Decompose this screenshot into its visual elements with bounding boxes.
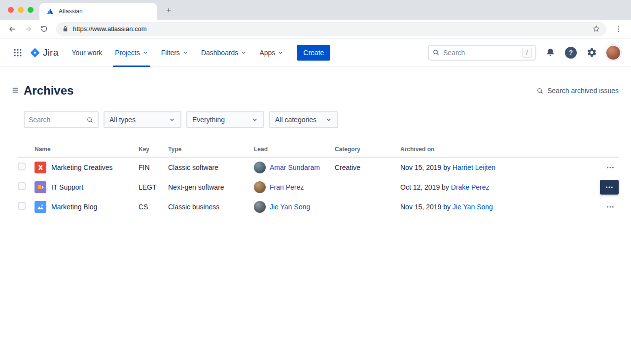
table-row: Marketing Blog CS Classic business Jie Y… [18,197,619,217]
lead-link[interactable]: Jie Yan Song [270,203,310,211]
notifications-bell-icon[interactable] [543,46,557,60]
close-window-button[interactable] [8,7,14,13]
forward-icon[interactable] [21,22,35,36]
app-switcher-icon[interactable] [10,45,26,61]
header-archived-on: Archived on [400,146,599,153]
help-icon[interactable]: ? [564,46,578,60]
nav-item-dashboards[interactable]: Dashboards [195,38,253,67]
archived-by-link[interactable]: Jie Yan Song [453,203,493,211]
project-key: LEGT [139,183,168,191]
sidebar-expand-icon[interactable] [10,85,21,96]
header-type: Type [168,146,254,153]
lead-avatar [254,162,266,173]
page-title: Archives [24,84,73,98]
bookmark-star-icon[interactable] [592,25,600,33]
chevron-down-icon [241,50,246,56]
scope-filter-value: Everything [192,116,225,124]
global-search[interactable]: / [428,45,536,61]
page-header: Archives Search archived issues [24,84,619,98]
project-key: CS [139,203,168,211]
archived-by-link[interactable]: Harriet Leijten [453,164,495,171]
nav-item-label: Filters [161,49,180,57]
search-archived-issues-link[interactable]: Search archived issues [536,87,619,95]
nav-item-label: Your work [71,49,102,57]
global-search-input[interactable] [443,49,519,57]
row-more-actions-icon[interactable] [600,180,619,195]
categories-filter-value: All categories [275,116,316,124]
lock-icon[interactable] [62,26,69,32]
browser-tab[interactable]: Atlassian [39,3,157,20]
row-more-actions-icon[interactable] [602,161,619,174]
header-category: Category [335,146,400,153]
project-name: Marketing Blog [51,203,97,211]
lead-link[interactable]: Amar Sundaram [270,164,320,171]
table-row: Marketing Creatives FIN Classic software… [18,158,619,177]
nav-item-filters[interactable]: Filters [155,38,195,67]
table-body: Marketing Creatives FIN Classic software… [18,158,619,217]
chevron-down-icon [142,50,148,56]
search-icon [432,49,440,56]
scope-filter-dropdown[interactable]: Everything [186,111,264,128]
minimize-window-button[interactable] [18,7,24,13]
nav-item-label: Projects [115,49,140,57]
jira-top-nav: Jira Your work Projects Filters Dashboar… [0,38,631,67]
code-project-icon [35,181,46,193]
search-icon [536,87,544,95]
header-lead: Lead [254,146,335,153]
search-shortcut-hint: / [522,48,532,58]
chevron-down-icon [325,116,332,123]
nav-right-cluster: / ? [428,45,621,61]
browser-tab-strip: Atlassian [0,0,631,20]
table-row: IT Support LEGT Next-gen software Fran P… [18,177,619,197]
archive-search-field[interactable] [24,111,99,128]
types-filter-value: All types [109,116,136,124]
header-name: Name [35,146,139,153]
mountains-project-icon [35,201,46,213]
search-archived-issues-label: Search archived issues [547,87,619,95]
table-header-row: Name Key Type Lead Category Archived on [18,142,619,158]
create-button[interactable]: Create [297,45,330,61]
page-content: Archives Search archived issues All typ [0,67,631,364]
jira-logo-text: Jira [43,47,58,58]
categories-filter-dropdown[interactable]: All categories [269,111,338,128]
nav-item-label: Apps [259,49,275,57]
url-text: https://www.atlassian.com [73,25,147,33]
nav-item-projects[interactable]: Projects [108,38,155,67]
archived-date: Nov 15, 2019 by [400,203,451,211]
project-category: Creative [335,164,400,171]
lead-link[interactable]: Fran Perez [270,183,304,191]
zoom-window-button[interactable] [28,7,34,13]
new-tab-button[interactable] [162,3,175,17]
types-filter-dropdown[interactable]: All types [104,111,181,128]
archived-by-link[interactable]: Drake Perez [451,183,490,191]
project-type: Classic business [168,203,254,211]
row-checkbox[interactable] [18,163,26,170]
browser-window: Atlassian https://www.atlassian.com [0,0,631,364]
jira-logo[interactable]: Jira [26,47,65,58]
atlassian-favicon-icon [46,7,54,15]
nav-item-label: Dashboards [201,49,239,57]
nav-item-apps[interactable]: Apps [253,38,290,67]
archived-projects-table: Name Key Type Lead Category Archived on [18,142,619,217]
header-key: Key [139,146,168,153]
traffic-lights [8,7,34,13]
tools-project-icon [35,162,46,173]
settings-gear-icon[interactable] [585,46,598,60]
browser-menu-icon[interactable] [611,22,626,36]
row-checkbox[interactable] [18,202,26,210]
filter-bar: All types Everything All categories [24,111,619,128]
archives-main: Archives Search archived issues All typ [15,67,631,364]
row-checkbox[interactable] [18,182,26,190]
project-key: FIN [139,164,168,171]
project-type: Classic software [168,164,254,171]
nav-item-your-work[interactable]: Your work [65,38,108,67]
back-icon[interactable] [5,22,20,36]
archived-date: Oct 12, 2019 by [400,183,449,191]
user-avatar[interactable] [605,45,621,61]
collapsed-sidebar-rail [0,67,15,364]
address-bar[interactable]: https://www.atlassian.com [56,22,606,36]
archive-search-input[interactable] [29,116,83,124]
project-name: Marketing Creatives [51,164,113,171]
reload-icon[interactable] [36,22,51,36]
row-more-actions-icon[interactable] [602,200,619,213]
